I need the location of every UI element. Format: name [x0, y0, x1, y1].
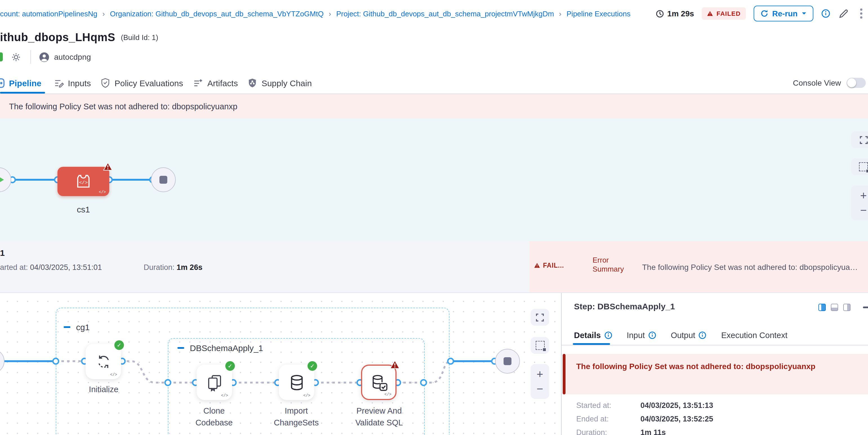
zoom-controls[interactable]: + − — [531, 364, 549, 399]
step-label-import-changesets: ImportChangeSets — [261, 405, 331, 429]
zoom-out-button[interactable]: − — [860, 203, 867, 218]
inputs-icon — [54, 78, 63, 88]
execution-tabs-bar: Pipeline Inputs Policy Evaluations Artif… — [0, 72, 868, 94]
tab-supply-chain-label: Supply Chain — [261, 78, 312, 88]
tab-details[interactable]: Details — [574, 331, 612, 340]
zoom-in-button[interactable]: + — [860, 188, 867, 203]
gear-icon[interactable] — [11, 52, 22, 62]
svg-text:</>: </> — [79, 180, 88, 185]
screen: count: automationPipelinesNg › Organizat… — [0, 0, 868, 435]
stage-started-at: arted at: 04/03/2025, 13:51:01 — [0, 263, 102, 272]
stage-icon: </> — [74, 173, 92, 190]
tab-input-label: Input — [627, 331, 645, 340]
tab-artifacts-label: Artifacts — [207, 78, 238, 88]
execution-graph-canvas[interactable]: cg1 DBSchemaApply_1 — [0, 293, 561, 435]
stage-node-cs1[interactable]: </> </> — [58, 167, 109, 196]
breadcrumb-project[interactable]: Project: Github_db_devops_aut_db_schema_… — [336, 9, 554, 18]
warning-triangle-icon — [534, 262, 540, 268]
detail-row-duration: Duration:1m 11s — [576, 428, 607, 435]
marquee-select-button[interactable] — [531, 337, 549, 354]
trigger-username[interactable]: autocdpng — [54, 53, 91, 61]
tab-policy-evaluations[interactable]: Policy Evaluations — [101, 72, 193, 94]
stage-name: 1 — [0, 248, 5, 257]
chevron-down-icon — [802, 12, 807, 15]
stage-end-node — [151, 167, 176, 192]
pipeline-title: ithub_dbops_LHqmS — [0, 31, 115, 44]
branch-tag-cut — [0, 53, 3, 61]
tab-details-label: Details — [574, 331, 601, 340]
breadcrumb-pipeline-executions[interactable]: Pipeline Executions — [567, 9, 630, 18]
rerun-button[interactable]: Re-run — [754, 6, 813, 22]
failed-warning-icon — [390, 360, 400, 369]
code-mark: </> — [110, 372, 117, 377]
build-id: (Build Id: 1) — [121, 33, 158, 41]
step-node-import-changesets[interactable]: </> ✓ — [279, 365, 314, 400]
zoom-out-button[interactable]: − — [536, 381, 543, 396]
step-error-message: The following Policy Set was not adhered… — [576, 361, 861, 372]
step-error-box: The following Policy Set was not adhered… — [563, 354, 868, 395]
success-check-icon: ✓ — [114, 340, 124, 350]
play-icon — [0, 175, 4, 184]
tab-output-label: Output — [671, 331, 695, 340]
clone-codebase-icon — [205, 373, 223, 391]
tab-execution-context-label: Execution Context — [721, 331, 787, 340]
tab-execution-context[interactable]: Execution Context — [721, 331, 787, 340]
step-label-initialize: Initialize — [69, 384, 138, 396]
minimize-panel-icon[interactable] — [863, 307, 868, 308]
more-options-kebab-icon[interactable] — [857, 7, 866, 20]
stage-node-label: cs1 — [58, 205, 109, 214]
marquee-icon — [535, 341, 545, 350]
tab-inputs-label: Inputs — [68, 78, 91, 88]
tab-supply-chain[interactable]: Supply Chain — [248, 72, 322, 94]
fail-badge-label: FAIL... — [543, 262, 564, 269]
error-summary-message[interactable]: The following Policy Set was not adhered… — [642, 262, 868, 272]
policy-violation-banner: The following Policy Set was not adhered… — [0, 94, 868, 118]
detail-row-ended: Ended at:04/03/2025, 13:52:25 — [576, 415, 609, 423]
tab-inputs[interactable]: Inputs — [54, 72, 101, 94]
tab-pipeline[interactable]: Pipeline — [0, 72, 54, 94]
console-view-toggle[interactable] — [846, 78, 866, 88]
chevron-right-icon: › — [559, 9, 562, 18]
step-details-panel: Step: DBSchemaApply_1 Details Input Outp… — [561, 293, 868, 435]
info-icon[interactable] — [699, 331, 707, 339]
divider — [30, 50, 31, 64]
breadcrumb-account[interactable]: count: automationPipelinesNg — [0, 9, 97, 18]
tab-pipeline-label: Pipeline — [9, 78, 41, 88]
tab-policy-evaluations-label: Policy Evaluations — [115, 78, 183, 88]
fit-to-screen-button[interactable] — [531, 309, 549, 326]
fit-to-screen-button[interactable] — [851, 131, 868, 148]
tab-output[interactable]: Output — [671, 331, 707, 340]
breadcrumb: count: automationPipelinesNg › Organizat… — [0, 0, 630, 27]
zoom-in-button[interactable]: + — [536, 367, 543, 381]
fail-badge: FAIL... — [534, 262, 564, 269]
rerun-label: Re-run — [772, 9, 798, 18]
console-view-label: Console View — [793, 78, 841, 87]
step-node-initialize[interactable]: </> ✓ — [86, 344, 121, 379]
breadcrumb-organization[interactable]: Organization: Github_db_devops_aut_db_sc… — [110, 9, 323, 18]
info-icon[interactable] — [648, 331, 656, 339]
layout-left-split-icon[interactable] — [818, 304, 826, 311]
shield-share-icon — [248, 78, 257, 88]
success-check-icon: ✓ — [225, 361, 235, 371]
tab-artifacts[interactable]: Artifacts — [193, 72, 248, 94]
layout-right-split-icon[interactable] — [843, 304, 850, 311]
info-icon[interactable] — [821, 9, 830, 18]
marquee-icon — [859, 162, 868, 171]
edit-pencil-icon[interactable] — [838, 8, 849, 19]
stop-icon — [159, 176, 167, 184]
pipeline-header: ithub_dbops_LHqmS (Build Id: 1) — [0, 27, 158, 47]
shield-check-icon — [101, 78, 110, 88]
stage-failure-section: FAIL... Error Summary The following Poli… — [529, 241, 868, 292]
zoom-controls[interactable]: + − — [851, 185, 868, 220]
info-icon[interactable] — [604, 331, 612, 339]
layout-bottom-split-icon[interactable] — [831, 304, 838, 311]
marquee-select-button[interactable] — [851, 158, 868, 175]
stage-graph-canvas[interactable]: </> </> cs1 + − — [0, 118, 868, 241]
tab-input[interactable]: Input — [627, 331, 656, 340]
status-badge-label: FAILED — [716, 10, 740, 17]
warning-triangle-icon — [707, 11, 713, 16]
step-node-preview-validate-sql[interactable]: </> — [361, 365, 397, 400]
step-node-clone-codebase[interactable]: </> ✓ — [196, 365, 232, 400]
step-label-clone-codebase: CloneCodebase — [179, 405, 249, 429]
code-mark: </> — [221, 393, 228, 398]
